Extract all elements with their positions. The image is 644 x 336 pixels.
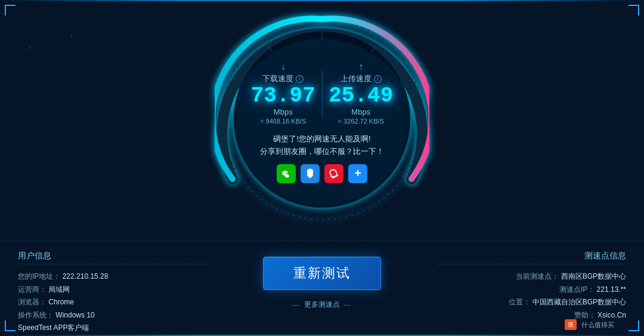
upload-info-icon[interactable]: i (374, 75, 382, 83)
retest-button[interactable]: 重新测试 (263, 257, 381, 290)
speedometer: ↓ 下载速度 i 73.97 Mbps = 9468.16 KB/S ↑ 上传速… (215, 12, 429, 227)
upload-unit: Mbps (351, 107, 370, 116)
user-browser-row: 浏览器： Chrome (18, 296, 208, 309)
upload-value: 25.49 (329, 85, 393, 107)
station-location-row: 位置： 中国西藏自治区BGP数据中心 (436, 296, 626, 309)
user-app-row: SpeedTest APP客户端 (18, 322, 208, 335)
watermark-text: 什么值得买 (581, 320, 614, 329)
share-qq-button[interactable] (301, 164, 320, 183)
upload-panel: ↑ 上传速度 i 25.49 Mbps = 3262.72 KB/S (323, 61, 400, 125)
download-unit: Mbps (274, 107, 293, 116)
user-isp-row: 运营商： 局域网 (18, 283, 208, 297)
download-info-icon[interactable]: i (296, 75, 304, 83)
bottom-section: 用户信息 您的IP地址： 222.210.15.28 运营商： 局域网 浏览器：… (0, 241, 644, 336)
watermark-badge: 值 (565, 319, 577, 330)
station-info-title: 测速点信息 (436, 251, 626, 264)
station-current-row: 当前测速点： 西南区BGP数据中心 (436, 270, 626, 283)
share-more-button[interactable]: + (348, 164, 367, 183)
upload-label: 上传速度 i (340, 73, 382, 84)
user-os-row: 操作系统： Windows 10 (18, 309, 208, 322)
more-stations: — 更多测速点 — (292, 300, 352, 310)
user-info-title: 用户信息 (18, 251, 208, 264)
watermark: 值 什么值得买 (565, 319, 614, 330)
upload-arrow-icon: ↑ (358, 61, 363, 72)
message-line1: 碉堡了!您的网速无人能及啊! (260, 133, 384, 146)
speedometer-inner: ↓ 下载速度 i 73.97 Mbps = 9468.16 KB/S ↑ 上传速… (244, 44, 400, 183)
station-info-panel: 测速点信息 当前测速点： 西南区BGP数据中心 测速点IP： 221.13.**… (436, 251, 626, 322)
retest-container: 重新测试 — 更多测速点 — (208, 251, 436, 310)
share-icons: + (277, 164, 367, 183)
share-weibo-button[interactable] (324, 164, 343, 183)
user-info-panel: 用户信息 您的IP地址： 222.210.15.28 运营商： 局域网 浏览器：… (18, 251, 208, 335)
speed-row: ↓ 下载速度 i 73.97 Mbps = 9468.16 KB/S ↑ 上传速… (244, 61, 400, 125)
download-panel: ↓ 下载速度 i 73.97 Mbps = 9468.16 KB/S (244, 61, 322, 125)
download-arrow-icon: ↓ (281, 61, 286, 72)
message-line2: 分享到朋友圈，哪位不服？比一下！ (260, 146, 384, 158)
user-ip-row: 您的IP地址： 222.210.15.28 (18, 270, 208, 283)
download-value: 73.97 (251, 85, 315, 107)
upload-kbs: = 3262.72 KB/S (338, 118, 384, 125)
station-ip-row: 测速点IP： 221.13.** (436, 283, 626, 297)
download-kbs: = 9468.16 KB/S (260, 118, 306, 125)
download-label: 下载速度 i (262, 73, 304, 84)
share-wechat-button[interactable] (277, 164, 296, 183)
message-area: 碉堡了!您的网速无人能及啊! 分享到朋友圈，哪位不服？比一下！ (260, 133, 384, 158)
